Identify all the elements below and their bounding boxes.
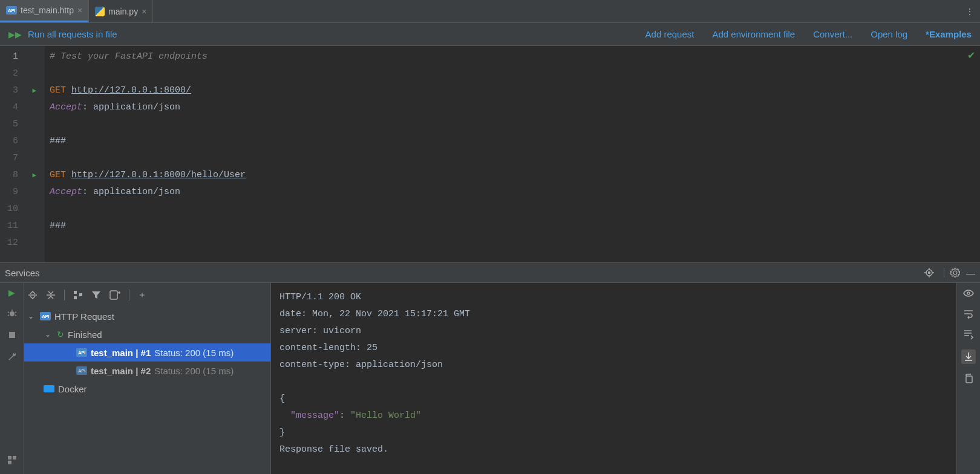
chevron-down-icon[interactable]: ⌄ (45, 330, 53, 339)
tree-label: HTTP Request (54, 311, 114, 322)
download-icon[interactable] (961, 349, 976, 364)
wrench-icon[interactable] (7, 352, 17, 363)
copy-icon[interactable] (964, 374, 973, 383)
stop-icon[interactable] (8, 331, 16, 341)
tree-row-http-request[interactable]: ⌄ API HTTP Request (24, 307, 270, 325)
examples-link[interactable]: *Examples (926, 29, 972, 39)
add-env-link[interactable]: Add environment file (712, 29, 795, 39)
json-close: } (279, 427, 285, 438)
svg-line-10 (8, 315, 9, 316)
api-icon: API (6, 6, 17, 15)
run-icon[interactable]: ▶ (8, 288, 15, 297)
reload-icon: ↻ (57, 330, 64, 339)
line-number: 12 (0, 235, 45, 252)
svg-rect-20 (79, 293, 82, 296)
svg-rect-19 (74, 296, 77, 299)
response-header: content-type: application/json (279, 360, 443, 370)
api-icon: API (76, 366, 87, 375)
svg-point-1 (929, 272, 930, 274)
tree-label: test_main | #1 (91, 348, 151, 358)
url: http://127.0.0.1:8000/ (71, 85, 191, 96)
target-icon[interactable] (924, 268, 934, 278)
collapse-all-icon[interactable] (46, 290, 56, 300)
header-name: Accept (50, 187, 82, 197)
services-left-toolbar: ▶ (0, 283, 24, 474)
run-all-button[interactable]: Run all requests in file (28, 29, 117, 39)
tab-label: test_main.http (21, 5, 74, 15)
inspection-ok-icon[interactable]: ✔ (967, 50, 975, 61)
layout-icon[interactable] (7, 455, 17, 467)
header-value: application/json (93, 187, 180, 197)
services-title: Services (5, 268, 918, 278)
tree-row-docker[interactable]: Docker (24, 380, 270, 398)
gutter: 1 2 3▶ 4 5 6 7 8▶ 9 10 11 12 (0, 46, 45, 262)
services-tree-toolbar: ＋ (24, 283, 270, 307)
run-marker-icon[interactable]: ▶ (32, 167, 36, 184)
line-number: 1 (0, 48, 45, 65)
run-all-icon[interactable]: ▶▶ (8, 30, 22, 39)
json-key: "message" (290, 411, 339, 421)
eye-icon[interactable] (963, 288, 974, 299)
tab-test-main-http[interactable]: API test_main.http × (0, 0, 89, 22)
minimize-icon[interactable]: — (966, 268, 975, 278)
response-saved: Response file saved. (279, 444, 388, 455)
more-icon[interactable]: ⋮ (965, 7, 974, 16)
run-marker-icon[interactable]: ▶ (32, 82, 36, 99)
response-viewer[interactable]: HTTP/1.1 200 OK date: Mon, 22 Nov 2021 1… (271, 283, 956, 474)
line-number: 11 (0, 218, 45, 235)
services-right-toolbar (956, 283, 980, 474)
group-icon[interactable] (73, 290, 83, 300)
services-panel-header: Services — (0, 262, 980, 283)
api-icon: API (40, 312, 51, 320)
response-header: content-length: 25 (279, 343, 377, 353)
services-tree: ⌄ API HTTP Request ⌄ ↻ Finished API test… (24, 307, 270, 474)
services-tree-column: ＋ ⌄ API HTTP Request ⌄ ↻ Finished API te… (24, 283, 271, 474)
add-request-link[interactable]: Add request (645, 29, 694, 39)
gear-icon[interactable] (944, 268, 960, 278)
code-content[interactable]: # Test your FastAPI endpoints GET http:/… (45, 46, 980, 262)
add-icon[interactable]: ＋ (138, 290, 146, 300)
python-icon (95, 7, 105, 16)
svg-rect-15 (8, 461, 11, 464)
line-number: 10 (0, 201, 45, 218)
close-icon[interactable]: × (77, 5, 82, 15)
close-icon[interactable]: × (142, 7, 146, 16)
svg-rect-21 (110, 291, 117, 299)
svg-point-24 (967, 292, 970, 294)
editor[interactable]: 1 2 3▶ 4 5 6 7 8▶ 9 10 11 12 # Test your… (0, 46, 980, 262)
tree-label: test_main | #2 (91, 366, 151, 376)
svg-rect-14 (13, 456, 16, 459)
filter-icon[interactable] (91, 290, 101, 300)
scroll-icon[interactable] (963, 329, 974, 340)
svg-line-9 (15, 312, 16, 313)
tree-row-finished[interactable]: ⌄ ↻ Finished (24, 325, 270, 343)
tree-row-request-2[interactable]: API test_main | #2 Status: 200 (15 ms) (24, 362, 270, 380)
http-method: GET (50, 170, 66, 180)
tree-row-request-1[interactable]: API test_main | #1 Status: 200 (15 ms) (24, 343, 270, 362)
status-line: HTTP/1.1 200 OK (279, 292, 361, 302)
response-header: date: Mon, 22 Nov 2021 15:17:21 GMT (279, 309, 470, 319)
svg-point-6 (10, 311, 15, 316)
chevron-down-icon[interactable]: ⌄ (28, 312, 36, 320)
bug-icon[interactable] (7, 308, 17, 320)
header-value: application/json (93, 102, 180, 112)
line-number: 3▶ (0, 82, 45, 99)
url: http://127.0.0.1:8000/hello/User (71, 170, 246, 180)
wrap-icon[interactable] (963, 308, 974, 319)
line-number: 6 (0, 133, 45, 150)
http-toolbar: ▶▶ Run all requests in file Add request … (0, 23, 980, 46)
new-query-icon[interactable] (109, 290, 120, 300)
convert-link[interactable]: Convert... (813, 29, 852, 39)
open-log-link[interactable]: Open log (871, 29, 907, 39)
svg-rect-31 (966, 376, 972, 383)
line-number: 7 (0, 150, 45, 167)
tab-main-py[interactable]: main.py × (89, 0, 153, 22)
json-value: "Hello World" (350, 411, 421, 421)
status-badge: Status: 200 (15 ms) (154, 348, 234, 358)
comment: # Test your FastAPI endpoints (50, 51, 207, 62)
expand-all-icon[interactable] (28, 290, 38, 300)
line-number: 2 (0, 65, 45, 82)
editor-tabs: API test_main.http × main.py × ⋮ (0, 0, 980, 23)
svg-line-8 (8, 312, 9, 313)
status-badge: Status: 200 (15 ms) (154, 366, 234, 376)
